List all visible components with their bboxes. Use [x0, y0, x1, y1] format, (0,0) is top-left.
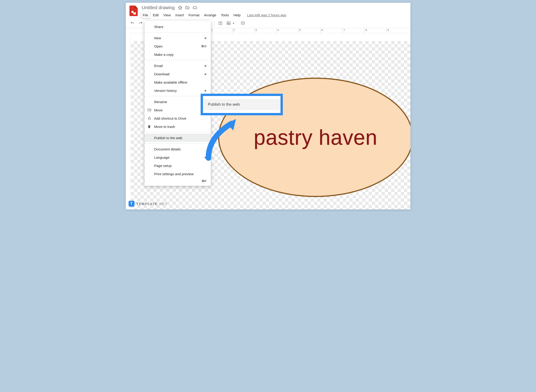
chevron-right-icon: ▶: [205, 89, 207, 92]
star-icon[interactable]: [178, 5, 182, 10]
menu-make-offline[interactable]: Make available offline: [145, 78, 211, 86]
vertical-ruler: [126, 32, 131, 210]
menu-make-copy[interactable]: Make a copy: [145, 50, 211, 59]
insert-comment-button[interactable]: [239, 20, 246, 27]
menu-divider: [145, 32, 211, 32]
toolbar-separator: [214, 21, 215, 26]
menu-help[interactable]: Help: [232, 12, 242, 18]
redo-button[interactable]: [137, 20, 144, 27]
chevron-right-icon: ▶: [205, 73, 207, 75]
last-edit-link[interactable]: Last edit was 2 hours ago: [247, 12, 286, 18]
menu-format[interactable]: Format: [187, 12, 201, 18]
watermark-text: TEMPLATE.NET: [136, 202, 168, 206]
menu-page-setup[interactable]: Page setup: [145, 161, 211, 170]
toolbar-separator: [237, 21, 237, 26]
menu-print-shortcut-row[interactable]: ⌘P: [145, 178, 211, 184]
chevron-right-icon: ▶: [205, 64, 207, 67]
ruler-tick-label: 2: [233, 29, 235, 32]
shortcut-label: ⌘O: [201, 45, 206, 48]
svg-rect-1: [133, 12, 136, 14]
menu-divider: [145, 132, 211, 132]
menu-divider: [145, 143, 211, 144]
document-title[interactable]: Untitled drawing: [141, 5, 176, 11]
drive-shortcut-icon: [147, 116, 152, 120]
textbox-button[interactable]: [217, 20, 224, 27]
menu-open[interactable]: Open⌘O: [145, 42, 211, 50]
annotation-highlight-box: Publish to the web: [201, 94, 283, 115]
chevron-right-icon: ▶: [205, 37, 207, 39]
svg-rect-3: [227, 22, 230, 25]
ruler-tick-label: 1: [211, 29, 213, 32]
shortcut-label: ⌘P: [202, 179, 207, 183]
move-folder-icon[interactable]: [185, 5, 190, 10]
menu-edit[interactable]: Edit: [151, 12, 161, 18]
menu-new[interactable]: New▶: [145, 34, 211, 42]
menu-file[interactable]: File: [141, 12, 150, 18]
menu-document-details[interactable]: Document details: [145, 145, 211, 153]
trash-icon: [147, 125, 151, 129]
annotation-label: Publish to the web: [203, 99, 281, 110]
menu-insert[interactable]: Insert: [174, 12, 186, 18]
app-logo-icon: [129, 5, 138, 17]
menu-add-shortcut[interactable]: Add shortcut to Drive: [145, 114, 211, 122]
ruler-tick-label: 4: [277, 29, 279, 32]
cloud-status-icon[interactable]: [192, 5, 198, 10]
annotation-arrow-icon: [204, 114, 243, 163]
menubar: File Edit View Insert Format Arrange Too…: [141, 12, 407, 18]
app-window: Untitled drawing File Edit View Insert F…: [126, 3, 411, 210]
menu-email[interactable]: Email▶: [145, 61, 211, 70]
menu-version-history[interactable]: Version history▶: [145, 86, 211, 95]
watermark: T TEMPLATE.NET: [129, 201, 168, 207]
watermark-logo-icon: T: [129, 201, 134, 207]
menu-view[interactable]: View: [162, 12, 173, 18]
ruler-tick-label: 6: [322, 29, 323, 32]
menu-share[interactable]: Share: [145, 23, 211, 31]
ruler-tick-label: 5: [300, 29, 301, 32]
ruler-tick-label: 9: [388, 29, 389, 32]
ruler-tick-label: 8: [366, 29, 367, 32]
image-button[interactable]: [225, 20, 232, 27]
menu-language[interactable]: Language▶: [145, 153, 211, 161]
menu-divider: [145, 60, 211, 60]
menu-tools[interactable]: Tools: [219, 12, 231, 18]
header: Untitled drawing File Edit View Insert F…: [126, 3, 411, 18]
undo-button[interactable]: [129, 20, 136, 27]
dropdown-caret-icon[interactable]: ▼: [232, 22, 235, 25]
menu-publish-web[interactable]: Publish to the web: [145, 134, 211, 142]
menu-download[interactable]: Download▶: [145, 70, 211, 78]
move-icon: [147, 108, 152, 112]
svg-point-0: [131, 11, 134, 13]
ruler-tick-label: 7: [344, 29, 345, 32]
menu-print-preview[interactable]: Print settings and preview: [145, 170, 211, 178]
ruler-tick-label: 3: [255, 29, 257, 32]
menu-trash[interactable]: Move to trash: [145, 122, 211, 131]
title-area: Untitled drawing File Edit View Insert F…: [141, 5, 407, 18]
menu-arrange[interactable]: Arrange: [202, 12, 218, 18]
ellipse-text[interactable]: pastry haven: [254, 125, 377, 149]
